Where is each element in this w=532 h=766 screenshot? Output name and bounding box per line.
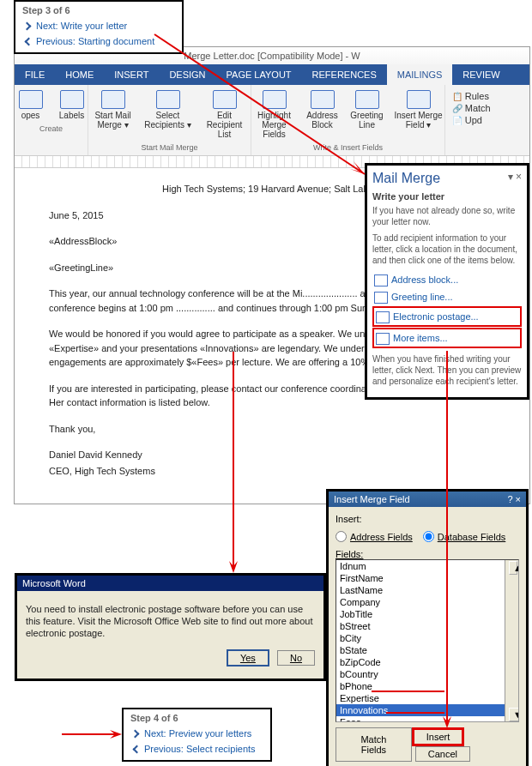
insert-merge-field-icon (407, 90, 431, 109)
highlight-merge-fields-button[interactable]: Highlight Merge Fields (251, 88, 299, 141)
rgroup-misc: 📋 Rules 🔗 Match 📄 Upd (445, 85, 498, 155)
field-expertise[interactable]: Expertise (336, 692, 518, 704)
svg-marker-7 (110, 730, 122, 739)
field-bstate[interactable]: bState (336, 644, 518, 656)
field-fees[interactable]: Fees (336, 716, 518, 722)
group-label-start: Start Mail Merge (141, 143, 197, 152)
pane-text-3: When you have finished writing your lett… (372, 353, 522, 387)
start-mail-merge-icon (101, 90, 125, 109)
imf-title: Insert Merge Field (334, 494, 410, 504)
insert-merge-field-dialog: Insert Merge Field ? × Insert: Address F… (326, 489, 529, 766)
field-bstreet[interactable]: bStreet (336, 620, 518, 632)
next-write-letter[interactable]: Next: Write your letter (22, 18, 175, 33)
insert-merge-field-button[interactable]: Insert Merge Field ▾ (391, 88, 446, 141)
radio-address-fields[interactable]: Address Fields (336, 531, 413, 542)
tab-home[interactable]: HOME (55, 64, 104, 85)
field-bzipcode[interactable]: bZipCode (336, 656, 518, 668)
step3-header: Step 3 of 6 (22, 5, 175, 15)
imf-match-fields-button[interactable]: Match Fields (336, 727, 412, 762)
next-preview-letters[interactable]: Next: Preview your letters (130, 726, 263, 741)
msgbox-yes-button[interactable]: Yes (227, 649, 269, 666)
edit-recipient-list-button[interactable]: Edit Recipient List (198, 88, 251, 141)
field-firstname[interactable]: FirstName (336, 572, 518, 584)
field-jobtitle[interactable]: JobTitle (336, 608, 518, 620)
address-block-link[interactable]: Address block... (372, 271, 522, 288)
arrow-4 (62, 730, 122, 739)
pane-close-button[interactable]: ▾ × (508, 171, 522, 183)
pane-section: Write your letter (372, 191, 522, 202)
tab-review[interactable]: REVIEW (452, 64, 510, 85)
pane-text-2: To add recipient information to your let… (372, 232, 522, 266)
prev-select-recipients[interactable]: Previous: Select recipients (130, 741, 263, 757)
address-block-icon (311, 90, 335, 109)
tab-mailings[interactable]: MAILINGS (387, 64, 453, 85)
match-fields-button[interactable]: 🔗 Match (450, 102, 493, 114)
msgbox-text: You need to install electronic postage s… (26, 603, 315, 639)
imf-close-button[interactable]: ? × (507, 494, 521, 504)
pane-text-1: If you have not already done so, write y… (372, 205, 522, 227)
imf-insert-button[interactable]: Insert (412, 727, 465, 746)
field-lastname[interactable]: LastName (336, 584, 518, 596)
imf-insert-label: Insert: (336, 514, 519, 524)
prev-starting-doc[interactable]: Previous: Starting document (22, 33, 175, 49)
address-block-button[interactable]: Address Block (302, 88, 343, 141)
select-recipients-button[interactable]: Select Recipients ▾ (142, 88, 195, 141)
msgbox-title: Microsoft Word (17, 576, 323, 591)
imf-fields-label: Fields: (336, 549, 519, 559)
edit-recipients-icon (213, 90, 237, 109)
more-items-link[interactable]: More items... (372, 328, 522, 348)
step4-header: Step 4 of 6 (130, 713, 263, 723)
doc-sig-name: Daniel David Kennedy (49, 448, 523, 462)
envelopes-button[interactable]: opes (12, 88, 50, 122)
step3-panel: Step 3 of 6 Next: Write your letter Prev… (14, 0, 184, 54)
tab-references[interactable]: REFERENCES (302, 64, 387, 85)
doc-sig-title: CEO, High Tech Systems (49, 464, 523, 479)
radio-database-fields[interactable]: Database Fields (423, 531, 506, 542)
field-bcity[interactable]: bCity (336, 632, 518, 644)
greeting-line-icon (355, 90, 379, 109)
rgroup-create: opes Labels Create (15, 85, 88, 155)
pane-title: Mail Merge (372, 171, 522, 186)
redline-fees (386, 712, 444, 714)
msgbox-no-button[interactable]: No (277, 650, 315, 666)
greeting-line-link[interactable]: Greeting line... (372, 288, 522, 305)
rgroup-start: Start Mail Merge ▾ Select Recipients ▾ E… (88, 85, 251, 155)
redline-expertise (372, 691, 444, 692)
rules-button[interactable]: 📋 Rules (450, 90, 491, 102)
group-label-write-insert: Write & Insert Fields (313, 143, 383, 152)
update-labels-button[interactable]: 📄 Upd (450, 114, 484, 126)
field-innovations[interactable]: Innovations (336, 704, 518, 716)
electronic-postage-link[interactable]: Electronic postage... (372, 306, 522, 327)
greeting-line-button[interactable]: Greeting Line (347, 88, 388, 141)
start-mail-merge-button[interactable]: Start Mail Merge ▾ (88, 88, 138, 141)
group-label-create: Create (39, 124, 63, 133)
highlight-icon (263, 90, 287, 109)
field-bcountry[interactable]: bCountry (336, 668, 518, 680)
labels-button[interactable]: Labels (53, 88, 91, 122)
msgbox-electronic-postage: Microsoft Word You need to install elect… (15, 573, 326, 681)
mail-merge-pane: ▾ × Mail Merge Write your letter If you … (365, 163, 529, 400)
imf-fields-list[interactable]: IdnumFirstNameLastNameCompanyJobTitlebSt… (336, 559, 519, 722)
tab-page-layout[interactable]: PAGE LAYOUT (216, 64, 302, 85)
doc-thankyou: Thank you, (49, 422, 523, 437)
field-company[interactable]: Company (336, 596, 518, 608)
select-recipients-icon (156, 90, 180, 109)
rgroup-write-insert: Highlight Merge Fields Address Block Gre… (251, 85, 445, 155)
ribbon: opes Labels Create Start Mail Merge ▾ Se… (15, 85, 529, 156)
tab-file[interactable]: FILE (15, 64, 55, 85)
field-idnum[interactable]: Idnum (336, 560, 518, 572)
ribbon-tabs: FILE HOME INSERT DESIGN PAGE LAYOUT REFE… (15, 64, 529, 85)
svg-marker-3 (229, 561, 238, 573)
tab-insert[interactable]: INSERT (104, 64, 159, 85)
labels-icon (60, 90, 84, 109)
imf-title-bar: Insert Merge Field ? × (329, 492, 526, 507)
imf-cancel-button[interactable]: Cancel (415, 746, 470, 762)
envelope-icon (19, 90, 43, 109)
imf-scrollbar[interactable]: ▲▼ (505, 560, 518, 721)
step4-panel: Step 4 of 6 Next: Preview your letters P… (122, 708, 272, 762)
tab-design[interactable]: DESIGN (159, 64, 215, 85)
